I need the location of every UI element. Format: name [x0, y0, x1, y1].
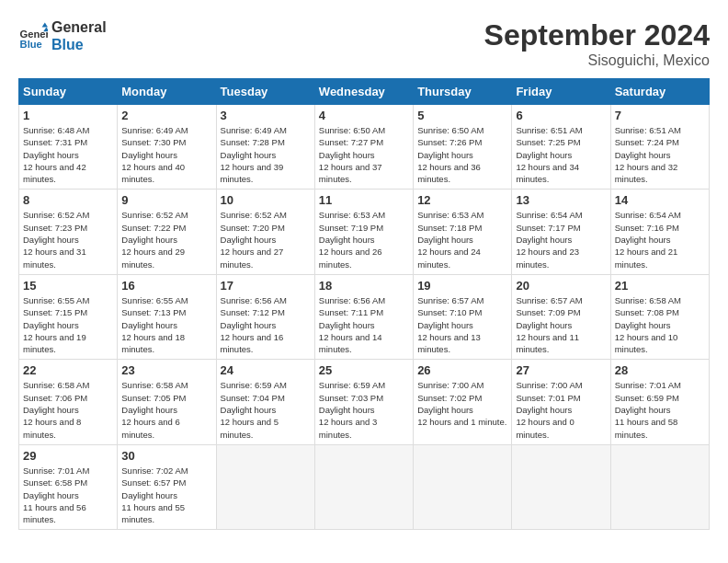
calendar-cell: 15 Sunrise: 6:55 AM Sunset: 7:15 PM Dayl… — [19, 274, 118, 359]
calendar-cell: 12 Sunrise: 6:53 AM Sunset: 7:18 PM Dayl… — [414, 190, 512, 274]
day-info: Sunrise: 6:56 AM Sunset: 7:12 PM Dayligh… — [221, 294, 311, 355]
calendar-cell — [216, 444, 314, 529]
day-info: Sunrise: 7:00 AM Sunset: 7:01 PM Dayligh… — [516, 379, 606, 440]
day-info: Sunrise: 6:53 AM Sunset: 7:18 PM Dayligh… — [417, 209, 507, 270]
day-info: Sunrise: 6:48 AM Sunset: 7:31 PM Dayligh… — [23, 124, 113, 185]
logo-icon: General Blue — [18, 21, 48, 51]
calendar-cell: 29 Sunrise: 7:01 AM Sunset: 6:58 PM Dayl… — [19, 444, 118, 529]
calendar-table: SundayMondayTuesdayWednesdayThursdayFrid… — [18, 78, 710, 530]
calendar-cell: 30 Sunrise: 7:02 AM Sunset: 6:57 PM Dayl… — [118, 444, 216, 529]
col-header-saturday: Saturday — [610, 79, 709, 105]
calendar-cell: 6 Sunrise: 6:51 AM Sunset: 7:25 PM Dayli… — [512, 105, 610, 190]
day-number: 13 — [516, 193, 606, 207]
col-header-wednesday: Wednesday — [314, 79, 413, 105]
svg-marker-2 — [42, 23, 48, 28]
location: Sisoguichi, Mexico — [484, 52, 710, 69]
col-header-monday: Monday — [118, 79, 216, 105]
day-info: Sunrise: 6:55 AM Sunset: 7:15 PM Dayligh… — [23, 294, 113, 355]
day-number: 22 — [23, 363, 113, 377]
day-number: 29 — [23, 449, 113, 463]
col-header-thursday: Thursday — [414, 79, 512, 105]
day-number: 26 — [417, 363, 507, 377]
day-number: 25 — [319, 363, 409, 377]
calendar-cell: 18 Sunrise: 6:56 AM Sunset: 7:11 PM Dayl… — [314, 274, 413, 359]
calendar-cell: 10 Sunrise: 6:52 AM Sunset: 7:20 PM Dayl… — [216, 190, 314, 274]
day-info: Sunrise: 6:59 AM Sunset: 7:03 PM Dayligh… — [319, 379, 409, 440]
day-info: Sunrise: 6:58 AM Sunset: 7:08 PM Dayligh… — [615, 294, 705, 355]
day-number: 20 — [516, 279, 606, 293]
day-number: 10 — [221, 193, 311, 207]
calendar-week-2: 8 Sunrise: 6:52 AM Sunset: 7:23 PM Dayli… — [19, 190, 710, 274]
calendar-cell: 28 Sunrise: 7:01 AM Sunset: 6:59 PM Dayl… — [610, 360, 709, 444]
title-block: September 2024 Sisoguichi, Mexico — [484, 18, 710, 69]
logo-text-general: General — [51, 18, 107, 36]
calendar-cell: 19 Sunrise: 6:57 AM Sunset: 7:10 PM Dayl… — [414, 274, 512, 359]
day-info: Sunrise: 6:56 AM Sunset: 7:11 PM Dayligh… — [319, 294, 409, 355]
calendar-cell: 13 Sunrise: 6:54 AM Sunset: 7:17 PM Dayl… — [512, 190, 610, 274]
day-number: 8 — [23, 193, 113, 207]
day-info: Sunrise: 7:01 AM Sunset: 6:58 PM Dayligh… — [23, 465, 113, 525]
day-number: 15 — [23, 279, 113, 293]
day-number: 3 — [221, 109, 311, 122]
day-number: 6 — [516, 109, 606, 122]
day-number: 12 — [417, 193, 507, 207]
day-info: Sunrise: 6:50 AM Sunset: 7:26 PM Dayligh… — [417, 124, 507, 185]
calendar-week-4: 22 Sunrise: 6:58 AM Sunset: 7:06 PM Dayl… — [19, 360, 710, 444]
day-info: Sunrise: 6:51 AM Sunset: 7:24 PM Dayligh… — [615, 124, 705, 185]
calendar-cell — [314, 444, 413, 529]
calendar-cell: 4 Sunrise: 6:50 AM Sunset: 7:27 PM Dayli… — [314, 105, 413, 190]
col-header-friday: Friday — [512, 79, 610, 105]
day-number: 18 — [319, 279, 409, 293]
day-number: 28 — [615, 363, 705, 377]
day-info: Sunrise: 6:54 AM Sunset: 7:16 PM Dayligh… — [615, 209, 705, 270]
page-header: General Blue General Blue September 2024… — [18, 18, 710, 69]
day-number: 17 — [221, 279, 311, 293]
day-info: Sunrise: 6:52 AM Sunset: 7:22 PM Dayligh… — [121, 209, 211, 270]
month-title: September 2024 — [484, 18, 710, 52]
calendar-cell: 2 Sunrise: 6:49 AM Sunset: 7:30 PM Dayli… — [118, 105, 216, 190]
calendar-cell: 23 Sunrise: 6:58 AM Sunset: 7:05 PM Dayl… — [118, 360, 216, 444]
day-info: Sunrise: 6:59 AM Sunset: 7:04 PM Dayligh… — [221, 379, 311, 440]
day-info: Sunrise: 6:55 AM Sunset: 7:13 PM Dayligh… — [121, 294, 211, 355]
calendar-cell: 20 Sunrise: 6:57 AM Sunset: 7:09 PM Dayl… — [512, 274, 610, 359]
day-info: Sunrise: 6:52 AM Sunset: 7:23 PM Dayligh… — [23, 209, 113, 270]
day-number: 7 — [615, 109, 705, 122]
day-number: 2 — [121, 109, 211, 122]
calendar-week-3: 15 Sunrise: 6:55 AM Sunset: 7:15 PM Dayl… — [19, 274, 710, 359]
calendar-cell: 25 Sunrise: 6:59 AM Sunset: 7:03 PM Dayl… — [314, 360, 413, 444]
calendar-cell — [414, 444, 512, 529]
calendar-cell: 14 Sunrise: 6:54 AM Sunset: 7:16 PM Dayl… — [610, 190, 709, 274]
day-info: Sunrise: 7:00 AM Sunset: 7:02 PM Dayligh… — [417, 379, 507, 428]
svg-text:Blue: Blue — [20, 39, 42, 50]
day-info: Sunrise: 6:50 AM Sunset: 7:27 PM Dayligh… — [319, 124, 409, 185]
day-info: Sunrise: 6:53 AM Sunset: 7:19 PM Dayligh… — [319, 209, 409, 270]
day-number: 4 — [319, 109, 409, 122]
day-info: Sunrise: 6:58 AM Sunset: 7:06 PM Dayligh… — [23, 379, 113, 440]
day-info: Sunrise: 6:49 AM Sunset: 7:30 PM Dayligh… — [121, 124, 211, 185]
calendar-cell: 5 Sunrise: 6:50 AM Sunset: 7:26 PM Dayli… — [414, 105, 512, 190]
calendar-cell: 9 Sunrise: 6:52 AM Sunset: 7:22 PM Dayli… — [118, 190, 216, 274]
day-info: Sunrise: 7:01 AM Sunset: 6:59 PM Dayligh… — [615, 379, 705, 440]
day-info: Sunrise: 6:52 AM Sunset: 7:20 PM Dayligh… — [221, 209, 311, 270]
calendar-cell: 27 Sunrise: 7:00 AM Sunset: 7:01 PM Dayl… — [512, 360, 610, 444]
day-number: 14 — [615, 193, 705, 207]
calendar-cell: 8 Sunrise: 6:52 AM Sunset: 7:23 PM Dayli… — [19, 190, 118, 274]
calendar-week-1: 1 Sunrise: 6:48 AM Sunset: 7:31 PM Dayli… — [19, 105, 710, 190]
day-number: 9 — [121, 193, 211, 207]
calendar-cell — [610, 444, 709, 529]
day-number: 27 — [516, 363, 606, 377]
day-number: 24 — [221, 363, 311, 377]
day-info: Sunrise: 6:57 AM Sunset: 7:10 PM Dayligh… — [417, 294, 507, 355]
col-header-tuesday: Tuesday — [216, 79, 314, 105]
calendar-cell: 24 Sunrise: 6:59 AM Sunset: 7:04 PM Dayl… — [216, 360, 314, 444]
calendar-cell — [512, 444, 610, 529]
day-info: Sunrise: 6:49 AM Sunset: 7:28 PM Dayligh… — [221, 124, 311, 185]
calendar-cell: 17 Sunrise: 6:56 AM Sunset: 7:12 PM Dayl… — [216, 274, 314, 359]
calendar-cell: 16 Sunrise: 6:55 AM Sunset: 7:13 PM Dayl… — [118, 274, 216, 359]
day-info: Sunrise: 6:58 AM Sunset: 7:05 PM Dayligh… — [121, 379, 211, 440]
day-number: 23 — [121, 363, 211, 377]
day-info: Sunrise: 7:02 AM Sunset: 6:57 PM Dayligh… — [121, 465, 211, 525]
day-number: 5 — [417, 109, 507, 122]
day-info: Sunrise: 6:54 AM Sunset: 7:17 PM Dayligh… — [516, 209, 606, 270]
calendar-cell: 21 Sunrise: 6:58 AM Sunset: 7:08 PM Dayl… — [610, 274, 709, 359]
